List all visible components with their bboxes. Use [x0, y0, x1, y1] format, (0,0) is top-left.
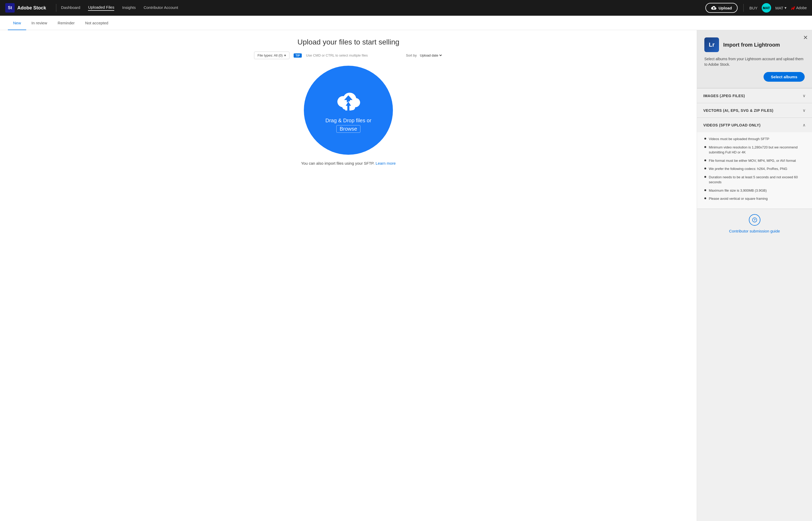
lightroom-icon-label: Lr [709, 41, 715, 48]
bullet-icon [704, 138, 706, 139]
logo-text: Adobe Stock [17, 5, 46, 11]
lightroom-title: Import from Lightroom [723, 42, 780, 48]
logo-box: St [5, 3, 15, 13]
bullet-icon [704, 176, 706, 178]
accordion: IMAGES (JPEG FILES) ∨ VECTORS (AI, EPS, … [697, 88, 812, 209]
upload-section: Upload your files to start selling File … [254, 38, 443, 165]
accordion-title-images: IMAGES (JPEG FILES) [703, 94, 745, 98]
avatar[interactable]: MAT [762, 3, 771, 13]
user-name: MAT [775, 6, 784, 10]
accordion-body-videos: Videos must be uploaded through SFTPMini… [697, 132, 812, 209]
accordion-item-videos: VIDEOS (SFTP UPLOAD ONLY) ∧ Videos must … [697, 118, 812, 209]
user-initials: MAT [763, 6, 770, 10]
nav-link-insights[interactable]: Insights [122, 5, 136, 10]
tab-not-accepted[interactable]: Not accepted [80, 16, 113, 30]
list-item-text: Maximum file size is 3,900MB (3.9GB) [709, 188, 767, 193]
logo[interactable]: St Adobe Stock [5, 3, 46, 13]
accordion-header-videos[interactable]: VIDEOS (SFTP UPLOAD ONLY) ∧ [697, 118, 812, 132]
cloud-icon-main [341, 99, 356, 115]
chevron-down-icon: ▾ [785, 5, 787, 10]
tip-text: Use CMD or CTRL to select multiple files [306, 53, 368, 57]
accordion-item-vectors: VECTORS (AI, EPS, SVG & ZIP FILES) ∨ [697, 103, 812, 118]
nav-right-divider [743, 4, 744, 12]
list-item: Duration needs to be at least 5 seconds … [704, 175, 805, 185]
upload-cloud-icon [711, 5, 717, 10]
main-content: Upload your files to start selling File … [0, 30, 812, 521]
accordion-item-images: IMAGES (JPEG FILES) ∨ [697, 89, 812, 103]
contributor-section: ? Contributor submission guide [697, 209, 812, 236]
list-item: Maximum file size is 3,900MB (3.9GB) [704, 188, 805, 193]
tabs-row: New In review Reminder Not accepted [0, 16, 812, 30]
file-types-button[interactable]: File types: All (0) ▾ [254, 51, 289, 59]
question-icon: ? [752, 217, 757, 223]
filter-row: File types: All (0) ▾ TIP Use CMD or CTR… [254, 51, 443, 59]
browse-button[interactable]: Browse [336, 125, 361, 133]
learn-more-link[interactable]: Learn more [376, 161, 396, 165]
bullet-icon [704, 167, 706, 169]
list-item-text: Minimum video resolution is 1,280x720 bu… [709, 145, 805, 155]
nav-link-dashboard[interactable]: Dashboard [61, 5, 80, 10]
tip-badge: TIP [294, 53, 302, 58]
nav-right: Upload BUY MAT MAT ▾ Adobe [705, 3, 807, 13]
accordion-header-vectors[interactable]: VECTORS (AI, EPS, SVG & ZIP FILES) ∨ [697, 103, 812, 117]
tab-new[interactable]: New [8, 16, 26, 30]
bottom-circle-icon: ? [749, 214, 761, 226]
bullet-icon [704, 189, 706, 191]
bullet-icon [704, 197, 706, 199]
left-panel: Upload your files to start selling File … [0, 30, 697, 521]
lightroom-description: Select albums from your Lightroom accoun… [704, 56, 805, 67]
upload-label: Upload [719, 6, 732, 10]
right-panel: ✕ Lr Import from Lightroom Select albums… [697, 30, 812, 521]
list-item-text: We prefer the following codecs: h264, Pr… [709, 166, 787, 172]
upload-button[interactable]: Upload [705, 3, 738, 13]
lightroom-card: Lr Import from Lightroom Select albums f… [697, 30, 812, 88]
tab-in-review[interactable]: In review [26, 16, 52, 30]
logo-initials: St [8, 5, 12, 10]
chevron-up-icon-videos: ∧ [803, 122, 806, 128]
sftp-row: You can also import files using your SFT… [254, 161, 443, 165]
list-item-text: Videos must be uploaded through SFTP [709, 136, 769, 142]
chevron-down-icon-vectors: ∨ [803, 108, 806, 113]
file-types-label: File types: All (0) [258, 53, 283, 57]
adobe-label: Adobe [796, 6, 807, 10]
list-item: Please avoid vertical or square framing [704, 196, 805, 201]
main-nav: St Adobe Stock Dashboard Uploaded Files … [0, 0, 812, 16]
adobe-icon [791, 6, 795, 10]
nav-link-uploaded-files[interactable]: Uploaded Files [88, 5, 114, 11]
chevron-down-icon-images: ∨ [803, 93, 806, 98]
accordion-title-videos: VIDEOS (SFTP UPLOAD ONLY) [703, 123, 761, 127]
close-button[interactable]: ✕ [803, 34, 808, 41]
drag-drop-text: Drag & Drop files or [325, 117, 371, 124]
sort-row: Sort by Upload date [406, 53, 443, 58]
bullet-icon [704, 146, 706, 148]
drop-zone[interactable]: Drag & Drop files or Browse [304, 66, 393, 155]
buy-link[interactable]: BUY [749, 6, 758, 10]
nav-links: Dashboard Uploaded Files Insights Contri… [61, 5, 705, 11]
upload-title: Upload your files to start selling [254, 38, 443, 46]
accordion-header-images[interactable]: IMAGES (JPEG FILES) ∨ [697, 89, 812, 103]
tab-reminder[interactable]: Reminder [52, 16, 80, 30]
list-item: File format must be either MOV, MP4, MPG… [704, 158, 805, 163]
lightroom-icon: Lr [704, 38, 719, 52]
sort-select[interactable]: Upload date [419, 53, 443, 58]
contributor-guide-link[interactable]: Contributor submission guide [729, 229, 780, 233]
sftp-text: You can also import files using your SFT… [301, 161, 374, 165]
svg-text:?: ? [753, 218, 755, 222]
accordion-title-vectors: VECTORS (AI, EPS, SVG & ZIP FILES) [703, 108, 773, 113]
list-item-text: Please avoid vertical or square framing [709, 196, 768, 201]
list-item: We prefer the following codecs: h264, Pr… [704, 166, 805, 172]
nav-link-contributor-account[interactable]: Contributor Account [144, 5, 178, 10]
list-item: Videos must be uploaded through SFTP [704, 136, 805, 142]
bullet-icon [704, 159, 706, 161]
chevron-down-icon: ▾ [284, 53, 286, 57]
list-item-text: Duration needs to be at least 5 seconds … [709, 175, 805, 185]
list-item-text: File format must be either MOV, MP4, MPG… [709, 158, 796, 163]
user-menu[interactable]: MAT ▾ [775, 5, 787, 10]
list-item: Minimum video resolution is 1,280x720 bu… [704, 145, 805, 155]
adobe-logo-link[interactable]: Adobe [791, 6, 807, 10]
lightroom-header: Lr Import from Lightroom [704, 38, 805, 52]
sort-label: Sort by [406, 53, 417, 57]
select-albums-button[interactable]: Select albums [764, 72, 805, 82]
videos-list: Videos must be uploaded through SFTPMini… [704, 136, 805, 201]
